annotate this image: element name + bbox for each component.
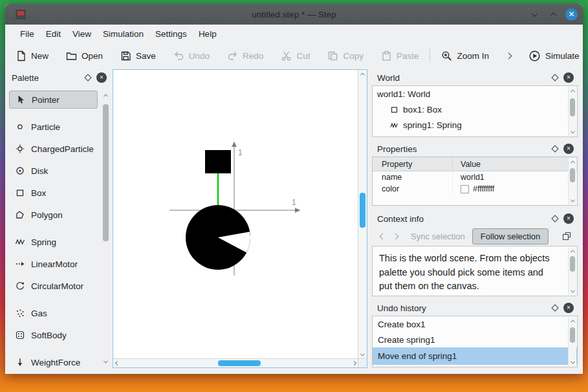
paste-button[interactable]: Paste — [381, 50, 419, 61]
undo-item-create-spring1[interactable]: Create spring1 — [373, 332, 577, 347]
properties-scrollbar[interactable] — [568, 158, 576, 204]
chevron-down-icon — [531, 10, 538, 17]
property-color-value[interactable]: #ffffffff — [453, 184, 577, 193]
open-button[interactable]: Open — [66, 50, 103, 61]
palette-item-disk[interactable]: Disk — [9, 162, 98, 180]
zoom-in-button[interactable]: Zoom In — [441, 50, 489, 61]
scroll-up-button[interactable] — [102, 91, 110, 99]
world-canvas[interactable]: 1 1 — [113, 70, 367, 367]
menu-settings[interactable]: Settings — [149, 26, 193, 42]
tree-item-spring1[interactable]: spring1: Spring — [373, 117, 577, 133]
world-panel: World × world1: World box1: Box spring1:… — [372, 70, 578, 137]
undo-button[interactable]: Undo — [173, 50, 210, 61]
table-row[interactable]: color #ffffffff — [373, 183, 577, 195]
scrollbar-thumb[interactable] — [103, 104, 109, 241]
float-panel-icon[interactable] — [551, 304, 558, 311]
scroll-down-button[interactable] — [569, 197, 576, 204]
scroll-down-button[interactable] — [569, 128, 576, 136]
scrollbar-thumb[interactable] — [570, 98, 575, 116]
scroll-down-button[interactable] — [102, 358, 110, 365]
undo-item-create-box1[interactable]: Create box1 — [373, 316, 577, 332]
float-panel-icon[interactable] — [551, 74, 558, 81]
scroll-up-button[interactable] — [569, 247, 576, 255]
context-close-button[interactable]: × — [563, 213, 574, 224]
context-header: Context info × — [372, 211, 578, 226]
undo-icon — [173, 50, 184, 61]
scroll-up-button[interactable] — [569, 87, 576, 94]
palette-item-circularmotor[interactable]: CircularMotor — [9, 277, 98, 295]
scroll-left-button[interactable] — [113, 359, 121, 367]
palette-item-polygon[interactable]: Polygon — [9, 206, 98, 224]
scrollbar-thumb[interactable] — [570, 256, 575, 272]
spring-icon — [15, 237, 25, 247]
palette-scrollbar[interactable] — [102, 91, 110, 366]
scroll-up-button[interactable] — [569, 158, 576, 166]
palette-item-linearmotor[interactable]: LinearMotor — [9, 255, 98, 273]
palette-item-gas[interactable]: Gas — [9, 304, 98, 322]
palette-item-particle[interactable]: Particle — [9, 118, 98, 136]
palette-item-box[interactable]: Box — [9, 184, 98, 202]
scrollbar-thumb[interactable] — [570, 327, 575, 343]
copy-button[interactable]: Copy — [327, 50, 364, 61]
scrollbar-thumb[interactable] — [570, 168, 575, 182]
disk1-object[interactable] — [186, 205, 250, 270]
palette-item-spring[interactable]: Spring — [9, 233, 98, 251]
undo-title: Undo history — [377, 303, 547, 313]
minimize-button[interactable] — [528, 8, 541, 21]
menubar: File Edit View Simulation Settings Help — [5, 25, 583, 43]
toolbar-extension-button[interactable] — [506, 54, 511, 58]
new-button[interactable]: New — [16, 50, 49, 61]
scrollbar-thumb[interactable] — [360, 193, 365, 228]
palette-close-button[interactable]: × — [96, 72, 107, 83]
redo-button[interactable]: Redo — [227, 50, 263, 61]
canvas-vertical-scrollbar[interactable] — [358, 70, 367, 358]
table-row[interactable]: name world1 — [373, 171, 577, 183]
follow-selection-button[interactable]: Follow selection — [472, 228, 549, 245]
y-axis-tick-label: 1 — [238, 148, 243, 157]
app-icon[interactable] — [14, 8, 27, 20]
scroll-down-button[interactable] — [358, 351, 367, 358]
menu-view[interactable]: View — [67, 26, 97, 42]
back-button[interactable] — [376, 229, 389, 243]
palette-item-weightforce[interactable]: WeightForce — [9, 353, 98, 367]
simulate-button[interactable]: Simulate — [528, 50, 580, 62]
sync-selection-button[interactable]: Sync selection — [411, 232, 465, 241]
properties-close-button[interactable]: × — [563, 144, 574, 154]
menu-help[interactable]: Help — [193, 26, 223, 42]
tree-item-world1[interactable]: world1: World — [373, 86, 577, 102]
open-in-separate-window-button[interactable] — [560, 229, 574, 243]
undo-scrollbar[interactable] — [568, 317, 576, 366]
scroll-right-button[interactable] — [350, 359, 358, 367]
close-button[interactable]: ✕ — [565, 8, 578, 21]
property-name-value[interactable]: world1 — [453, 173, 577, 182]
close-icon: ✕ — [568, 10, 574, 18]
scroll-down-button[interactable] — [569, 358, 576, 366]
context-text: This is the world scene. From the object… — [373, 246, 558, 294]
tree-item-box1[interactable]: box1: Box — [373, 102, 577, 117]
canvas-horizontal-scrollbar[interactable] — [113, 358, 358, 367]
undo-item-move-end-of-spring1[interactable]: Move end of spring1 — [373, 347, 577, 365]
menu-file[interactable]: File — [14, 26, 40, 42]
titlebar[interactable]: untitled.step * — Step ✕ — [5, 4, 583, 25]
maximize-button[interactable] — [547, 8, 560, 21]
float-panel-icon[interactable] — [551, 145, 558, 152]
palette-item-softbody[interactable]: SoftBody — [9, 326, 98, 344]
scrollbar-thumb[interactable] — [218, 360, 261, 366]
forward-button[interactable] — [389, 229, 402, 243]
scroll-up-button[interactable] — [569, 317, 576, 325]
palette-item-pointer[interactable]: Pointer — [9, 91, 98, 109]
context-scrollbar[interactable] — [568, 247, 576, 295]
save-button[interactable]: Save — [120, 50, 156, 61]
box1-object[interactable] — [205, 150, 231, 173]
float-panel-icon[interactable] — [551, 215, 558, 222]
scroll-up-button[interactable] — [358, 70, 367, 78]
world-close-button[interactable]: × — [563, 72, 574, 83]
scroll-down-button[interactable] — [569, 287, 576, 295]
palette-item-chargedparticle[interactable]: ChargedParticle — [9, 140, 98, 158]
world-scrollbar[interactable] — [568, 87, 576, 136]
undo-close-button[interactable]: × — [563, 303, 574, 313]
cut-button[interactable]: Cut — [281, 50, 310, 61]
menu-edit[interactable]: Edit — [40, 26, 67, 42]
menu-simulation[interactable]: Simulation — [97, 26, 149, 42]
float-panel-icon[interactable] — [84, 74, 91, 81]
